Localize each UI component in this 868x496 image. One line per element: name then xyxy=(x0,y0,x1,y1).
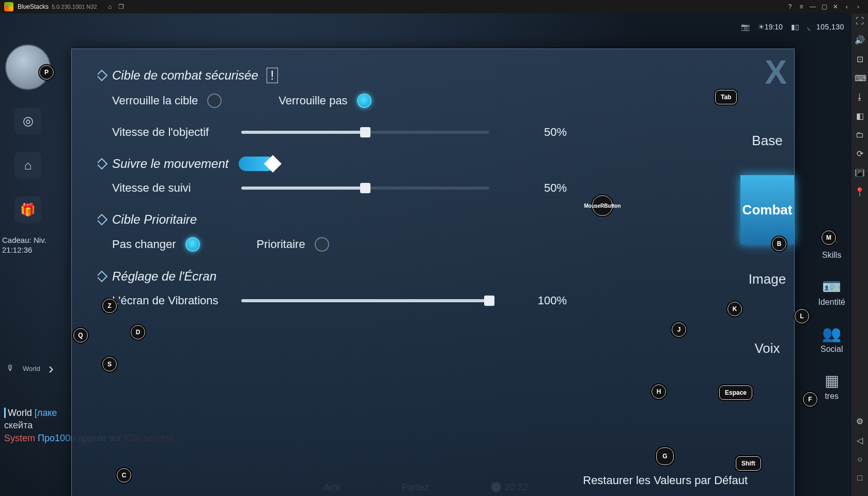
back-icon[interactable]: ◁ xyxy=(855,436,865,445)
restore-defaults-button[interactable]: Restaurer les Valeurs par Défaut xyxy=(583,474,748,487)
fullscreen-icon[interactable]: ⛶ xyxy=(855,17,865,26)
chevron-left-icon[interactable]: ‹ xyxy=(841,3,853,10)
identity-button[interactable]: 🪪 Identité xyxy=(818,277,845,307)
recents-icon[interactable]: □ xyxy=(855,473,865,483)
section-secure-target: Cible de combat sécurisée! xyxy=(98,68,732,83)
battery-icon: ▮▯ xyxy=(791,23,799,31)
app-version: 5.0.230.1001 N32 xyxy=(52,4,97,10)
maximize-icon[interactable]: ▢ xyxy=(818,3,830,10)
hud-left-column: ◎ ⌂ 🎁 xyxy=(5,44,51,223)
screenshot-icon[interactable]: ◧ xyxy=(855,111,865,121)
wifi-icon: ◟ xyxy=(808,23,810,31)
bluestacks-titlebar: BlueStacks 5.0.230.1001 N32 ⌂ ❐ ? ≡ — ▢ … xyxy=(0,0,868,13)
keybadge-l: L xyxy=(795,309,809,323)
player-avatar[interactable] xyxy=(5,44,51,90)
gift-label: Cadeau: Niv. 21:12:36 xyxy=(2,236,47,255)
voice-channel-label: World xyxy=(23,365,40,373)
home-nav-icon[interactable]: ○ xyxy=(855,455,865,464)
tab-image[interactable]: Image xyxy=(740,244,794,314)
radio-no-change[interactable]: Pas changer xyxy=(112,237,200,252)
settings-gear-icon[interactable]: ⚙ xyxy=(855,416,865,426)
location-icon[interactable]: 📍 xyxy=(855,187,865,197)
brightness-icon[interactable]: ☀ xyxy=(758,23,765,31)
settings-modal: X Base Combat Image Voix Cible de combat… xyxy=(71,49,795,496)
target-icon[interactable]: ◎ xyxy=(14,107,41,134)
tab-combat[interactable]: Combat xyxy=(740,175,794,244)
game-viewport: 📷 ☀ 19:10 ▮▯ ◟ 105,130 ◎ ⌂ 🎁 Cadeau: Niv… xyxy=(0,13,851,496)
people-icon: 👥 xyxy=(822,324,841,343)
voice-chat-row[interactable]: 🎙 World › xyxy=(6,360,54,377)
follow-movement-toggle[interactable] xyxy=(239,157,275,171)
target-lock-radio-group: Verrouille la cible Verrouille pas xyxy=(98,94,732,108)
radio-icon xyxy=(207,94,222,108)
media-folder-icon[interactable]: 🗀 xyxy=(855,130,865,140)
close-icon[interactable]: X xyxy=(765,53,784,91)
hud-clock: 19:10 xyxy=(765,23,783,31)
tab-voix[interactable]: Voix xyxy=(740,314,794,383)
star-icon: ✡ xyxy=(825,230,838,249)
social-button[interactable]: 👥 Social xyxy=(820,324,843,354)
chevron-right-icon[interactable]: › xyxy=(853,3,864,10)
hamburger-icon[interactable]: ≡ xyxy=(796,3,807,10)
install-apk-icon[interactable]: ⭳ xyxy=(855,92,865,102)
keybadge-f: F xyxy=(803,392,817,407)
rotate-icon[interactable]: ⟳ xyxy=(855,149,865,159)
microphone-icon[interactable]: 🎙 xyxy=(6,364,14,373)
tab-base[interactable]: Base xyxy=(740,106,794,175)
minimize-icon[interactable]: — xyxy=(807,3,818,10)
gift-icon[interactable]: 🎁 xyxy=(14,196,41,223)
lock-cursor-icon[interactable]: ⊡ xyxy=(855,54,865,64)
radio-lock-target[interactable]: Verrouille la cible xyxy=(112,94,222,108)
skills-button[interactable]: ✡ Skills xyxy=(822,230,841,260)
section-priority-target: Cible Prioritaire xyxy=(98,212,732,227)
priority-radio-group: Pas changer Prioritaire xyxy=(98,237,732,252)
app-name: BlueStacks xyxy=(18,3,49,10)
multi-instance-icon[interactable]: ❐ xyxy=(116,3,127,10)
keymap-icon[interactable]: ⌨ xyxy=(855,73,865,83)
home-icon[interactable]: ⌂ xyxy=(104,3,116,10)
home-hud-icon[interactable]: ⌂ xyxy=(14,152,41,179)
volume-icon[interactable]: 🔊 xyxy=(855,35,865,45)
section-follow-movement: Suivre le mouvement xyxy=(98,157,732,171)
shake-icon[interactable]: 📳 xyxy=(855,168,865,178)
settings-content: Cible de combat sécurisée! Verrouille la… xyxy=(98,65,732,456)
warning-icon: ! xyxy=(267,68,278,83)
slider-track[interactable] xyxy=(241,187,489,190)
currency-amount: 105,130 xyxy=(816,23,844,31)
radio-no-lock[interactable]: Verrouille pas xyxy=(278,94,371,108)
camera-icon[interactable]: 📷 xyxy=(741,23,750,31)
radio-icon xyxy=(185,237,200,252)
hud-right-column: ✡ Skills 🪪 Identité 👥 Social ▦ tres xyxy=(818,230,845,401)
section-screen-settings: Réglage de l'Écran xyxy=(98,269,732,284)
radio-icon xyxy=(357,94,371,108)
slider-track[interactable] xyxy=(241,299,489,302)
close-window-icon[interactable]: ✕ xyxy=(830,3,841,10)
toggle-knob-icon xyxy=(264,155,282,173)
id-card-icon: 🪪 xyxy=(822,277,841,296)
chevron-right-icon[interactable]: › xyxy=(49,360,54,377)
bluestacks-side-panel: ⛶ 🔊 ⊡ ⌨ ⭳ ◧ 🗀 ⟳ 📳 📍 ⚙ ◁ ○ □ xyxy=(851,13,868,496)
settings-tabs: Base Combat Image Voix xyxy=(740,106,794,383)
slider-track[interactable] xyxy=(241,131,489,134)
others-button[interactable]: ▦ tres xyxy=(825,371,839,401)
radio-priority[interactable]: Prioritaire xyxy=(257,237,329,252)
slider-objective-speed: Vitesse de l'objectif 50% xyxy=(98,126,732,139)
help-icon[interactable]: ? xyxy=(784,3,796,10)
radio-icon xyxy=(315,237,329,252)
slider-vibration: L'écran de Vibrations 100% xyxy=(98,294,732,307)
slider-follow-speed: Vitesse de suivi 50% xyxy=(98,181,732,195)
bluestacks-logo-icon xyxy=(4,2,13,11)
grid-icon: ▦ xyxy=(825,371,839,390)
hud-top-bar: 📷 ☀ 19:10 ▮▯ ◟ 105,130 xyxy=(0,13,851,40)
